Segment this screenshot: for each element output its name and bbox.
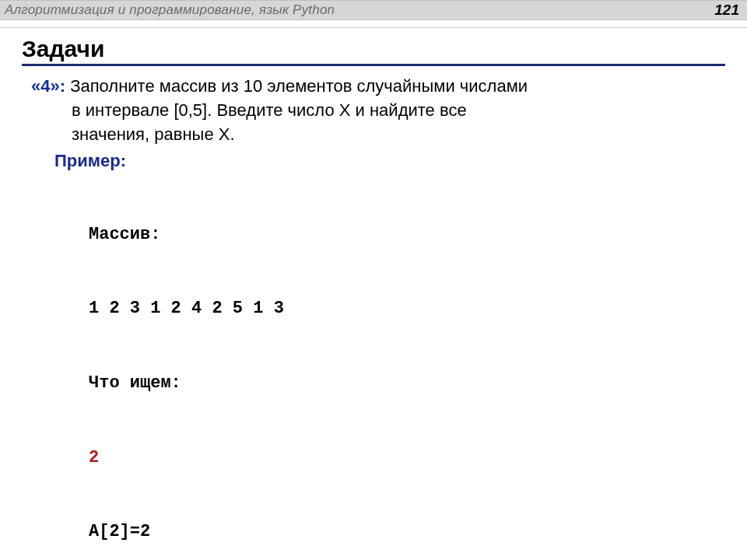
page-number: 121: [714, 2, 739, 19]
task-line-1: «4»: Заполните массив из 10 элементов сл…: [31, 74, 725, 98]
task-block: «4»: Заполните массив из 10 элементов сл…: [22, 74, 725, 560]
ex1-search-label: Что ищем:: [89, 371, 725, 396]
slide-content: Задачи «4»: Заполните массив из 10 элеме…: [0, 31, 747, 560]
task-text-1: Заполните массив из 10 элементов случайн…: [65, 76, 528, 96]
example-label-1: Пример:: [31, 149, 725, 173]
header-divider: [0, 20, 747, 28]
example-1-code: Массив: 1 2 3 1 2 4 2 5 1 3 Что ищем: 2 …: [31, 173, 725, 560]
grade-label: «4»:: [31, 76, 65, 96]
ex1-array-label: Массив:: [89, 222, 725, 247]
slide-header-bar: Алгоритмизация и программирование, язык …: [0, 0, 747, 20]
ex1-search-value: 2: [89, 446, 725, 471]
page-title: Задачи: [22, 36, 725, 66]
ex1-result-1: A[2]=2: [89, 520, 725, 544]
slide-header-title: Алгоритмизация и программирование, язык …: [5, 2, 335, 18]
ex1-array-values: 1 2 3 1 2 4 2 5 1 3: [89, 296, 725, 321]
task-text-3: значения, равные X.: [31, 122, 725, 146]
task-text-2: в интервале [0,5]. Введите число X и най…: [31, 98, 725, 122]
